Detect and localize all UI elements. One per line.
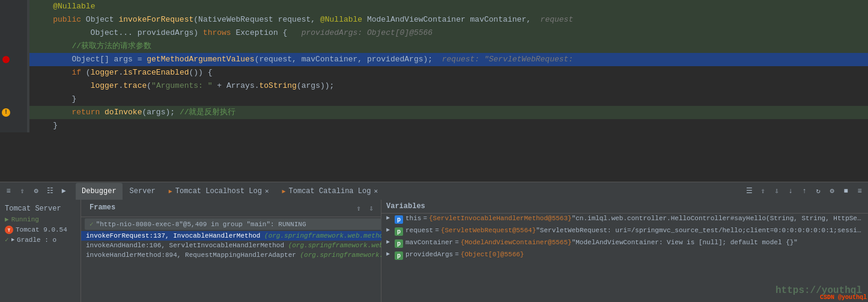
var-type-mavcontainer: p: [395, 239, 403, 248]
tomcat-item[interactable]: T Tomcat 9.0.54: [0, 224, 80, 235]
code-line-3: Object... providedArgs) throws Exception…: [0, 26, 868, 40]
var-type-this: p: [395, 215, 403, 224]
frame-item-2[interactable]: invokeHandlerMethod:894, RequestMappingH…: [81, 250, 408, 260]
code-content-7: logger.trace("Arguments: " + Arrays.toSt…: [29, 79, 868, 93]
code-line-2: public Object invokeForRequest(NativeWeb…: [0, 13, 868, 26]
scroll-up-icon[interactable]: ⇧: [757, 185, 769, 197]
var-item-this: ► p this = {ServletInvocableHandlerMetho…: [381, 214, 868, 226]
var-item-request: ► p request = {ServletWebRequest@5564} "…: [381, 226, 868, 238]
tomcat-localhost-icon: ▶: [169, 188, 172, 195]
tabs-bar: ≡ ⇧ ⚙ ☷ ► Debugger Server ▶ Tomcat Local…: [0, 182, 868, 200]
csdn-badge: CSDN @youthql: [820, 294, 867, 301]
upload-icon[interactable]: ↑: [798, 185, 810, 197]
code-content-10: }: [29, 119, 868, 132]
line-gutter-5: [0, 53, 27, 66]
left-sidebar: Tomcat Server ▶ Running T Tomcat 9.0.54 …: [0, 200, 81, 302]
code-line-7: logger.trace("Arguments: " + Arrays.toSt…: [0, 79, 868, 93]
line-gutter-8: [0, 93, 27, 106]
restore-icon[interactable]: ≡: [2, 185, 14, 197]
settings-icon[interactable]: ⚙: [30, 185, 42, 197]
code-line-1: @Nullable: [0, 0, 868, 13]
code-line-10: }: [0, 119, 868, 132]
frames-header-row: Frames ⇧ ⇩ ☷ ►: [81, 200, 408, 217]
play-icon: ▶: [5, 215, 9, 223]
frame-item-0[interactable]: invokeForRequest:137, InvocableHandlerMe…: [81, 231, 408, 241]
code-line-8: }: [0, 93, 868, 106]
list-icon[interactable]: ≡: [854, 185, 866, 197]
tomcat-catalina-icon: ▶: [282, 188, 286, 195]
gradle-expand2-icon: ►: [11, 237, 14, 243]
code-content-5: Object[] args = getMethodArgumentValues(…: [29, 53, 868, 66]
more-icon[interactable]: ►: [58, 185, 70, 197]
warning-marker: !: [2, 108, 10, 117]
code-line-9: ! return doInvoke(args); //就是反射执行: [0, 106, 868, 119]
var-item-mavcontainer: ► p mavContainer = {ModelAndViewContaine…: [381, 238, 868, 250]
filter-icon[interactable]: ☷: [44, 185, 56, 197]
scroll-down-icon[interactable]: ⇩: [771, 185, 783, 197]
server-label: Tomcat Server: [0, 202, 80, 215]
tab-action-group: ☰ ⇧ ⇩ ↓ ↑ ↻ ⚙ ■ ≡: [743, 185, 866, 197]
nav-down-btn[interactable]: ⇩: [366, 203, 377, 214]
code-content-6: if (logger.isTraceEnabled()) {: [29, 66, 868, 79]
frame-method-0: invokeForRequest:137, InvocableHandlerMe…: [86, 232, 264, 239]
tab-server[interactable]: Server: [124, 183, 162, 200]
line-gutter-6: [0, 66, 27, 79]
frames-dropdown-text: "http-nio-8080-exec-8"@5,409 in group "m…: [96, 221, 393, 228]
line-gutter-4: [0, 40, 27, 53]
panel-content: Tomcat Server ▶ Running T Tomcat 9.0.54 …: [0, 200, 868, 302]
check-icon: ✓: [90, 220, 94, 228]
line-gutter-3: [0, 26, 27, 40]
tab-menu-icon[interactable]: ☰: [743, 185, 755, 197]
watermark: https://youthql: [775, 285, 862, 296]
line-gutter-1: [0, 0, 27, 13]
frame-method-1: invokeAndHandle:106, ServletInvocableHan…: [86, 242, 288, 249]
server-running: ▶ Running: [0, 215, 80, 224]
line-gutter-7: [0, 79, 27, 93]
tomcat-icon: T: [5, 226, 13, 234]
settings2-icon[interactable]: ⚙: [826, 185, 838, 197]
tab-tomcat-localhost[interactable]: ▶ Tomcat Localhost Log ✕: [163, 183, 275, 200]
line-gutter-10: [0, 119, 27, 132]
gradle-item: ✓ ► Gradle : o: [0, 235, 80, 244]
code-line-4: //获取方法的请求参数: [0, 40, 868, 53]
tab-icon-group: ≡ ⇧ ⚙ ☷ ►: [2, 185, 70, 197]
frames-main: Frames ⇧ ⇩ ☷ ► ✓ "http-nio-8080-exec-8"@…: [81, 200, 408, 302]
expand-request[interactable]: ►: [386, 227, 395, 233]
up-arrow-icon[interactable]: ⇧: [16, 185, 28, 197]
frames-dropdown[interactable]: ✓ "http-nio-8080-exec-8"@5,409 in group …: [85, 218, 404, 230]
expand-providedargs[interactable]: ►: [386, 251, 395, 257]
expand-this[interactable]: ►: [386, 215, 395, 221]
var-type-request: p: [395, 227, 403, 236]
code-content-8: }: [29, 93, 868, 106]
code-line-5: Object[] args = getMethodArgumentValues(…: [0, 53, 868, 66]
code-editor: @Nullable public Object invokeForRequest…: [0, 0, 868, 182]
gradle-expand-icon: ✓: [5, 236, 9, 244]
bottom-panel: ≡ ⇧ ⚙ ☷ ► Debugger Server ▶ Tomcat Local…: [0, 182, 868, 302]
variables-header: Variables: [381, 200, 868, 214]
code-content-4: //获取方法的请求参数: [29, 40, 868, 53]
bottom-left-panel: Tomcat Server ▶ Running T Tomcat 9.0.54 …: [0, 200, 381, 302]
code-content-2: public Object invokeForRequest(NativeWeb…: [29, 13, 868, 26]
line-gutter-9: !: [0, 106, 27, 119]
code-line-6: if (logger.isTraceEnabled()) {: [0, 66, 868, 79]
code-content-3: Object... providedArgs) throws Exception…: [29, 26, 868, 40]
frame-item-1[interactable]: invokeAndHandle:106, ServletInvocableHan…: [81, 241, 408, 250]
var-item-providedargs: ► p providedArgs = {Object[0]@5566}: [381, 250, 868, 262]
close-tomcat-catalina[interactable]: ✕: [374, 187, 378, 195]
variables-panel: Variables ► p this = {ServletInvocableHa…: [381, 200, 868, 302]
close-tomcat-localhost[interactable]: ✕: [265, 187, 269, 195]
grid-icon[interactable]: ■: [840, 185, 852, 197]
refresh-icon[interactable]: ↻: [812, 185, 824, 197]
frame-method-2: invokeHandlerMethod:894, RequestMappingH…: [86, 251, 300, 259]
tab-tomcat-catalina[interactable]: ▶ Tomcat Catalina Log ✕: [276, 183, 384, 200]
nav-up-btn[interactable]: ⇧: [353, 203, 364, 214]
frames-header: Frames: [85, 202, 120, 214]
frame-class-0: (org.springframework.web.method.su: [264, 232, 399, 239]
tab-debugger[interactable]: Debugger: [76, 183, 123, 200]
var-type-providedargs: p: [395, 251, 403, 260]
expand-mavcontainer[interactable]: ►: [386, 239, 395, 245]
code-content-1: @Nullable: [29, 0, 868, 13]
code-content-9: return doInvoke(args); //就是反射执行: [29, 106, 868, 119]
download-icon[interactable]: ↓: [785, 185, 797, 197]
breakpoint-marker: [2, 56, 10, 63]
